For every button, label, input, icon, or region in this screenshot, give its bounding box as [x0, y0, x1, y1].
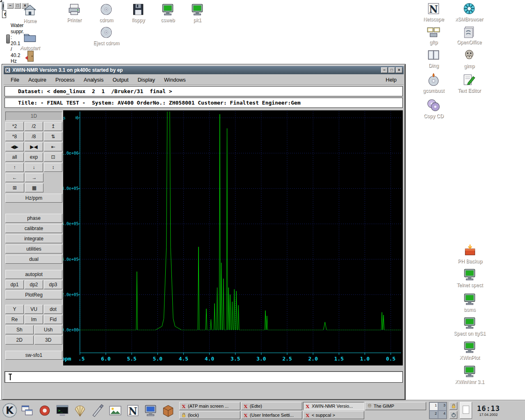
- task-button[interactable]: XXWIN-NMR Versio...: [303, 402, 364, 410]
- panel-button-8[interactable]: /8: [25, 132, 43, 141]
- panel-button-[interactable]: ⇤: [44, 142, 62, 151]
- panel-button-hz-ppm[interactable]: Hz/ppm: [5, 194, 62, 203]
- pager-desktop-1[interactable]: 1: [429, 402, 438, 411]
- logout-icon[interactable]: [450, 411, 457, 419]
- desktop-icon-ph-backup[interactable]: PH Backup: [452, 244, 488, 264]
- panel-button-dual[interactable]: dual: [5, 255, 62, 264]
- desktop-icon-printer[interactable]: Printer: [56, 2, 93, 23]
- desktop-icon-xwinnmr-31[interactable]: XWinNmr 3.1: [451, 364, 488, 385]
- command-input[interactable]: [5, 371, 403, 383]
- close-button[interactable]: ×: [396, 67, 402, 73]
- panel-button-im[interactable]: Im: [25, 315, 43, 324]
- desktop-icon-ding[interactable]: Ding: [415, 48, 452, 68]
- terminal-icon[interactable]: >_: [54, 402, 71, 419]
- task-button[interactable]: X(Edte): [241, 402, 302, 410]
- panel-button-dp2[interactable]: dp2: [25, 280, 43, 289]
- tools-icon[interactable]: [89, 402, 106, 419]
- panel-button-sh[interactable]: Sh: [5, 325, 34, 334]
- panel-button-[interactable]: ▦: [25, 183, 44, 192]
- panel-button-y[interactable]: Y: [5, 305, 24, 314]
- panel-button-[interactable]: ▶◀: [25, 142, 43, 151]
- desktop-icon-bsms[interactable]: bsms: [451, 292, 488, 313]
- panel-button-all[interactable]: all: [5, 153, 24, 162]
- panel-button-dp3[interactable]: dp3: [44, 280, 62, 289]
- desktop-icon-gftp[interactable]: gftp: [415, 25, 452, 45]
- panel-button-calibrate[interactable]: calibrate: [5, 224, 62, 233]
- desktop-icon-exit-door[interactable]: [12, 49, 49, 63]
- menu-windows[interactable]: Windows: [160, 76, 190, 84]
- desktop-icon-netscape[interactable]: NNetscape: [415, 2, 452, 22]
- window-list-icon[interactable]: [18, 402, 36, 419]
- panel-button-[interactable]: ◀▶: [5, 142, 24, 151]
- desktop-icon-text-editor[interactable]: Text Editor: [451, 73, 488, 94]
- panel-button-[interactable]: ↕: [44, 163, 62, 172]
- desktop-icon-copy-cd[interactable]: Copy CD: [415, 98, 452, 119]
- maximize-button[interactable]: □: [388, 67, 395, 73]
- desktop-icon-eject-cdrom[interactable]: Eject cdrom: [88, 25, 125, 46]
- desktop-icon-openoffice[interactable]: OpenOffice: [451, 25, 488, 45]
- pager-desktop-2[interactable]: 2: [429, 411, 438, 419]
- pager-desktop-4[interactable]: 4: [438, 411, 447, 419]
- task-button[interactable]: X< suppcal >: [303, 411, 364, 419]
- task-button[interactable]: X(ATP main screen ...: [179, 402, 240, 410]
- shell-icon[interactable]: [71, 402, 89, 419]
- lock-screen-icon[interactable]: [450, 402, 457, 410]
- panel-button-dot[interactable]: dot: [44, 305, 62, 314]
- menu-analysis[interactable]: Analysis: [79, 76, 108, 84]
- monitor-icon[interactable]: [142, 402, 159, 419]
- panel-button-ush[interactable]: Ush: [34, 325, 63, 334]
- panel-button-exp[interactable]: exp: [25, 153, 43, 162]
- desktop-icon-spect-on-ttys1[interactable]: Spect on ttyS1: [451, 316, 488, 336]
- desktop-icon-autostart[interactable]: Autostart: [11, 30, 48, 51]
- task-button[interactable]: X(User Interface Setti...: [241, 411, 302, 419]
- menu-acquire[interactable]: Acquire: [24, 76, 51, 84]
- menu-file[interactable]: File: [6, 76, 24, 84]
- desktop-icon-gcombust[interactable]: gcombust: [415, 73, 452, 94]
- package-icon[interactable]: [160, 402, 177, 419]
- panel-button-fid[interactable]: Fid: [44, 315, 62, 324]
- panel-button-utilities[interactable]: utilities: [5, 244, 62, 253]
- red-circle-icon[interactable]: [36, 402, 53, 419]
- panel-button-plotreg[interactable]: PlotReg: [5, 290, 62, 299]
- panel-button-[interactable]: ←: [5, 173, 24, 182]
- minimize-button[interactable]: –: [381, 67, 388, 73]
- panel-button-[interactable]: ↓: [25, 163, 43, 172]
- panel-button-autoplot[interactable]: autoplot: [5, 270, 62, 279]
- panel-button-2d[interactable]: 2D: [5, 336, 34, 345]
- panel-button-dp1[interactable]: dp1: [5, 280, 24, 289]
- panel-button-2[interactable]: *2: [5, 122, 24, 131]
- panel-button-1d[interactable]: 1D: [5, 112, 62, 121]
- desktop-icon-telnet-spect[interactable]: Telnet spect: [451, 267, 488, 288]
- desktop-icon-gimp[interactable]: gimp: [451, 48, 488, 69]
- desktop-icon-home[interactable]: Home: [11, 3, 48, 24]
- menu-output[interactable]: Output: [108, 76, 133, 84]
- panel-applet[interactable]: [460, 402, 472, 419]
- netscape-icon[interactable]: N: [124, 402, 142, 419]
- panel-button-[interactable]: →: [25, 173, 44, 182]
- panel-button-sw-sfo1[interactable]: sw-sfo1: [5, 351, 62, 360]
- panel-button-[interactable]: ⊡: [44, 153, 62, 162]
- spectrum-plot[interactable]: 6.56.05.55.04.54.03.53.02.52.01.51.00.51…: [63, 110, 403, 365]
- k-menu-icon[interactable]: K: [1, 402, 18, 419]
- desktop-icon-cdrom[interactable]: cdrom: [88, 2, 125, 23]
- task-button[interactable]: The GIMP: [365, 402, 426, 410]
- panel-button-3d[interactable]: 3D: [34, 336, 63, 345]
- desktop-icon-xsmbrowser[interactable]: xSMBrowser: [451, 2, 488, 22]
- images-icon[interactable]: [107, 402, 124, 419]
- panel-button-vu[interactable]: VU: [25, 305, 43, 314]
- panel-button-phase[interactable]: phase: [5, 214, 62, 223]
- panel-button-re[interactable]: Re: [5, 315, 24, 324]
- panel-button-[interactable]: ↥: [44, 122, 62, 131]
- menu-help[interactable]: Help: [381, 76, 401, 84]
- desktop-icon-xwinplot[interactable]: XWinPlot: [451, 340, 488, 361]
- panel-button-integrate[interactable]: integrate: [5, 234, 62, 243]
- panel-button-[interactable]: ↑: [5, 163, 24, 172]
- desktop-pager[interactable]: 1324: [429, 402, 447, 419]
- main-window-titlebar[interactable]: K XWIN-NMR Version 3.1 on pk400c started…: [4, 66, 404, 74]
- panel-button-8[interactable]: *8: [5, 132, 24, 141]
- desktop-icon-pk1[interactable]: pk1: [179, 2, 216, 23]
- pager-desktop-3[interactable]: 3: [438, 402, 447, 411]
- menu-display[interactable]: Display: [133, 76, 160, 84]
- panel-button-[interactable]: ⊞: [5, 183, 24, 192]
- panel-button-2[interactable]: /2: [25, 122, 43, 131]
